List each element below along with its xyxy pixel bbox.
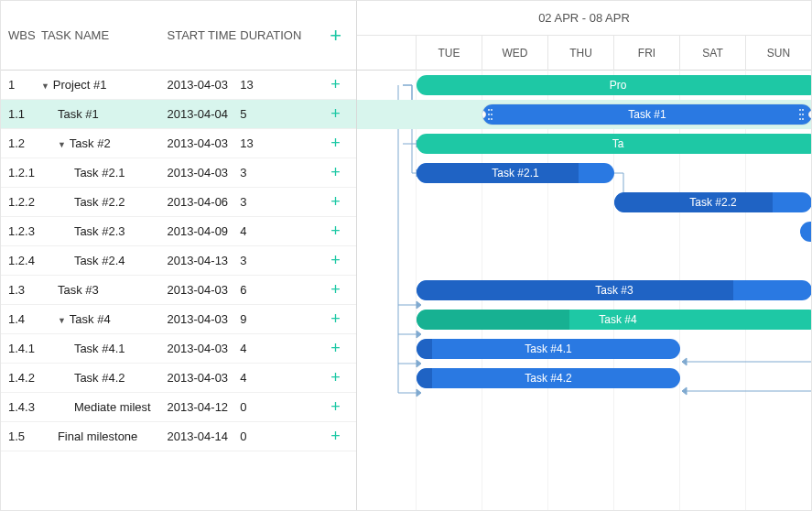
taskname-cell[interactable]: Task #3 [41,283,168,297]
chevron-down-icon[interactable]: ▼ [41,82,49,91]
add-task-button[interactable]: + [315,192,356,212]
taskname-cell[interactable]: ▼Task #2 [41,136,168,150]
bar-label: Task #4 [599,313,636,326]
resize-handle-left[interactable] [482,110,486,119]
day-header[interactable]: TUE [417,36,482,71]
wbs-cell: 1.4.2 [1,371,41,385]
taskname-cell[interactable]: Task #4.1 [41,342,168,355]
day-header[interactable]: SAT [680,36,746,71]
add-task-button[interactable]: + [315,222,356,241]
col-header-wbs[interactable]: WBS [1,28,41,42]
task-bar[interactable]: Task #3 [417,280,811,300]
duration-cell[interactable]: 13 [240,78,315,92]
resize-handle-right[interactable] [808,110,811,119]
task-bar[interactable]: Task #4.2 [417,368,680,388]
parent-bar[interactable]: Pro [417,75,811,95]
bar-label: Ta [612,137,624,150]
start-cell[interactable]: 2013-04-03 [168,312,241,326]
duration-cell[interactable]: 0 [240,429,315,443]
duration-cell[interactable]: 5 [240,107,315,121]
duration-cell[interactable]: 0 [240,400,315,414]
day-header[interactable]: FRI [614,36,680,71]
parent-bar[interactable]: Ta [417,134,811,154]
start-cell[interactable]: 2013-04-03 [168,342,241,355]
add-task-button[interactable]: + [315,427,356,446]
taskname-cell[interactable]: ▼Project #1 [41,78,168,92]
add-task-button[interactable]: + [315,251,356,270]
taskname-cell[interactable]: Task #4.2 [41,371,168,385]
start-cell[interactable]: 2013-04-03 [168,166,241,179]
add-task-button[interactable]: + [315,75,356,94]
add-task-button[interactable]: + [315,339,356,358]
wbs-cell: 1.4.1 [1,342,41,355]
task-bar[interactable]: Task #1 [482,104,811,125]
timeline-body[interactable]: ProTask #1TaTask #2.1Task #2.2Task #3Tas… [357,71,811,451]
drag-grip-right[interactable] [799,107,807,122]
start-cell[interactable]: 2013-04-06 [168,195,241,209]
start-cell[interactable]: 2013-04-14 [168,429,241,443]
task-bar[interactable] [800,222,811,242]
table-row[interactable]: 1▼Project #12013-04-0313+ [1,71,356,100]
taskname-cell[interactable]: Task #2.1 [41,166,168,179]
parent-bar[interactable]: Task #4 [417,310,811,330]
taskname-cell[interactable]: ▼Task #4 [41,312,168,326]
drag-grip-left[interactable] [488,107,495,122]
add-column-button[interactable]: + [315,24,356,48]
task-bar[interactable]: Task #2.2 [614,192,811,212]
start-cell[interactable]: 2013-04-13 [168,254,241,267]
taskname-cell[interactable]: Task #1 [41,107,168,121]
day-header[interactable]: SUN [746,36,811,71]
start-cell[interactable]: 2013-04-03 [168,136,241,150]
task-name: Mediate milest [74,400,151,414]
duration-cell[interactable]: 3 [240,195,315,209]
day-header[interactable]: WED [482,36,548,71]
add-task-button[interactable]: + [315,163,356,182]
start-cell[interactable]: 2013-04-03 [168,283,241,297]
taskname-cell[interactable]: Final milestone [41,429,168,443]
table-row[interactable]: 1.4.1Task #4.12013-04-034+ [1,334,356,364]
day-header[interactable]: THU [548,36,614,71]
start-cell[interactable]: 2013-04-09 [168,224,241,238]
start-cell[interactable]: 2013-04-12 [168,400,241,414]
duration-cell[interactable]: 9 [240,312,315,326]
add-task-button[interactable]: + [315,104,356,124]
add-task-button[interactable]: + [315,310,356,329]
col-header-start[interactable]: START TIME [168,28,241,42]
start-cell[interactable]: 2013-04-04 [168,107,241,121]
table-row[interactable]: 1.2▼Task #22013-04-0313+ [1,129,356,158]
col-header-duration[interactable]: DURATION [240,28,315,42]
start-cell[interactable]: 2013-04-03 [168,78,241,92]
taskname-cell[interactable]: Task #2.3 [41,224,168,238]
duration-cell[interactable]: 4 [240,342,315,355]
duration-cell[interactable]: 4 [240,224,315,238]
add-task-button[interactable]: + [315,134,356,153]
table-row[interactable]: 1.2.2Task #2.22013-04-063+ [1,188,356,217]
chevron-down-icon[interactable]: ▼ [58,316,66,325]
duration-cell[interactable]: 13 [240,136,315,150]
duration-cell[interactable]: 4 [240,371,315,385]
add-task-button[interactable]: + [315,397,356,417]
duration-cell[interactable]: 3 [240,166,315,179]
add-task-button[interactable]: + [315,280,356,299]
add-task-button[interactable]: + [315,368,356,387]
duration-cell[interactable]: 6 [240,283,315,297]
task-bar[interactable]: Task #4.1 [417,339,680,359]
timeline: 02 APR - 08 APR TUEWEDTHUFRISATSUNMON [357,1,811,510]
table-row[interactable]: 1.2.4Task #2.42013-04-133+ [1,246,356,276]
table-row[interactable]: 1.3Task #32013-04-036+ [1,276,356,305]
table-row[interactable]: 1.1Task #12013-04-045+ [1,100,356,129]
chevron-down-icon[interactable]: ▼ [58,140,66,149]
taskname-cell[interactable]: Mediate milest [41,400,168,414]
table-row[interactable]: 1.5Final milestone2013-04-140+ [1,422,356,451]
col-header-taskname[interactable]: TASK NAME [41,28,168,42]
table-row[interactable]: 1.4.3Mediate milest2013-04-120+ [1,393,356,422]
task-bar[interactable]: Task #2.1 [417,163,614,183]
table-row[interactable]: 1.4▼Task #42013-04-039+ [1,305,356,334]
table-row[interactable]: 1.2.3Task #2.32013-04-094+ [1,217,356,246]
table-row[interactable]: 1.4.2Task #4.22013-04-034+ [1,364,356,393]
duration-cell[interactable]: 3 [240,254,315,267]
start-cell[interactable]: 2013-04-03 [168,371,241,385]
taskname-cell[interactable]: Task #2.4 [41,254,168,267]
table-row[interactable]: 1.2.1Task #2.12013-04-033+ [1,158,356,188]
taskname-cell[interactable]: Task #2.2 [41,195,168,209]
